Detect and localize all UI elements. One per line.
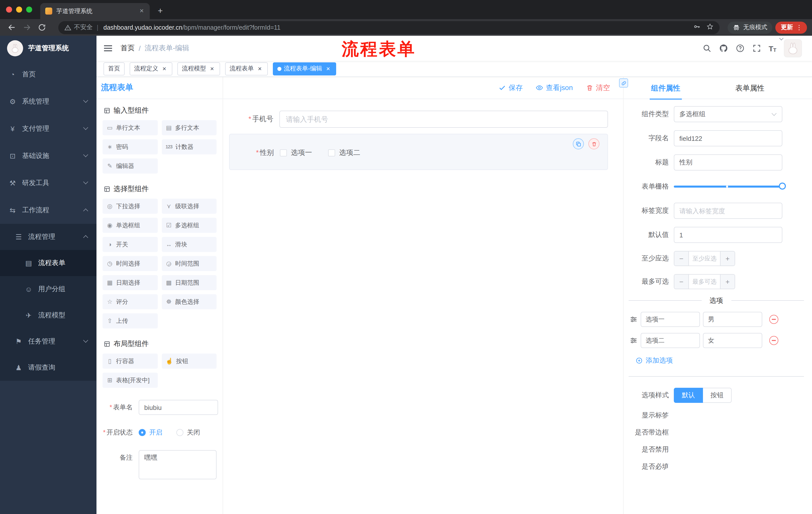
checkbox-box[interactable] xyxy=(328,150,335,156)
tab-component-props[interactable]: 组件属性 xyxy=(624,77,708,99)
security-label[interactable]: 不安全 xyxy=(74,23,93,32)
forward-button[interactable] xyxy=(20,21,33,34)
remove-option-button[interactable] xyxy=(769,336,778,345)
browser-tab[interactable]: 芋道管理系统 × xyxy=(40,3,150,19)
chip-single-line-text[interactable]: ▭单行文本 xyxy=(103,120,157,135)
browser-update-button[interactable]: 更新 ⋮ xyxy=(775,21,807,33)
tag-process-definition[interactable]: 流程定义 × xyxy=(129,62,172,75)
gender-field-row-selected[interactable]: *性别 选项一 选项二 xyxy=(229,134,608,170)
avatar[interactable] xyxy=(784,39,802,57)
sidebar-item-leave-query[interactable]: ♟ 请假查询 xyxy=(0,355,96,381)
help-icon[interactable] xyxy=(735,44,745,53)
tag-process-form[interactable]: 流程表单 × xyxy=(225,62,268,75)
minimize-window-button[interactable] xyxy=(16,6,22,12)
option-value-input[interactable] xyxy=(703,312,762,327)
chip-radio-group[interactable]: ◉单选框组 xyxy=(103,218,157,233)
chip-table[interactable]: ⊞表格[开发中] xyxy=(103,373,157,388)
drag-handle-icon[interactable] xyxy=(630,315,638,323)
option-value-input[interactable] xyxy=(703,333,762,348)
bookmark-star-icon[interactable] xyxy=(706,23,714,32)
default-value-input[interactable] xyxy=(674,227,782,243)
sidebar-item-process-model[interactable]: ✈ 流程模型 xyxy=(0,302,96,328)
clear-button[interactable]: 清空 xyxy=(586,83,610,92)
form-name-input[interactable] xyxy=(139,400,218,415)
sidebar-item-user-group[interactable]: ☺ 用户分组 xyxy=(0,276,96,302)
chip-upload[interactable]: ⇧上传 xyxy=(103,313,157,328)
collapse-sidebar-button[interactable] xyxy=(96,36,121,61)
reload-button[interactable] xyxy=(35,21,48,34)
search-icon[interactable] xyxy=(702,44,711,53)
gender-option-1-checkbox[interactable]: 选项一 xyxy=(280,148,312,157)
title-input[interactable] xyxy=(674,154,782,170)
tab-form-props[interactable]: 表单属性 xyxy=(708,77,792,99)
tag-close-icon[interactable]: × xyxy=(161,65,168,72)
chip-button[interactable]: ☝按钮 xyxy=(162,354,216,369)
address-bar[interactable]: 不安全 | dashboard.yudao.iocoder.cn /bpm/ma… xyxy=(58,21,720,34)
chip-date-picker[interactable]: ▦日期选择 xyxy=(103,275,157,290)
chip-row-container[interactable]: ▯行容器 xyxy=(103,354,157,369)
chip-counter[interactable]: 123计数器 xyxy=(162,139,216,154)
sidebar-item-dev-tools[interactable]: ⚒ 研发工具 xyxy=(0,169,96,197)
close-window-button[interactable] xyxy=(6,6,12,12)
increase-button[interactable]: + xyxy=(721,251,735,266)
sidebar-item-task-management[interactable]: ⚑ 任务管理 xyxy=(0,328,96,355)
min-select-input[interactable] xyxy=(688,251,721,266)
increase-button[interactable]: + xyxy=(721,275,735,289)
form-canvas[interactable]: *手机号 *性别 选项一 选项二 xyxy=(223,99,623,514)
chip-editor[interactable]: ✎编辑器 xyxy=(103,158,157,173)
slider-track[interactable] xyxy=(674,186,782,188)
tag-close-icon[interactable]: × xyxy=(325,65,331,72)
password-key-icon[interactable] xyxy=(693,23,700,32)
sidebar-item-process-form[interactable]: ▤ 流程表单 xyxy=(0,250,96,276)
gender-option-2-checkbox[interactable]: 选项二 xyxy=(328,148,360,157)
form-grid-slider[interactable] xyxy=(674,179,782,195)
remark-textarea[interactable]: 嘿嘿 xyxy=(139,450,216,479)
tag-process-model[interactable]: 流程模型 × xyxy=(177,62,220,75)
status-on-radio[interactable]: 开启 xyxy=(139,428,162,437)
maximize-window-button[interactable] xyxy=(26,6,32,12)
tag-home[interactable]: 首页 xyxy=(104,62,125,75)
sidebar-item-infrastructure[interactable]: ⊡ 基础设施 xyxy=(0,142,96,169)
delete-component-button[interactable] xyxy=(588,138,600,150)
drag-handle-icon[interactable] xyxy=(630,336,638,345)
chip-switch[interactable]: ◑开关 xyxy=(103,237,157,252)
tag-close-icon[interactable]: × xyxy=(256,65,263,72)
decrease-button[interactable]: − xyxy=(674,275,688,289)
field-name-input[interactable] xyxy=(674,130,782,146)
slider-handle[interactable] xyxy=(779,183,786,190)
sidebar-item-payment-management[interactable]: ¥ 支付管理 xyxy=(0,115,96,142)
font-size-icon[interactable]: TT xyxy=(768,44,776,53)
status-off-radio[interactable]: 关闭 xyxy=(176,428,200,437)
tag-process-form-edit[interactable]: 流程表单-编辑 × xyxy=(273,62,336,75)
style-button-button[interactable]: 按钮 xyxy=(703,388,732,403)
save-button[interactable]: 保存 xyxy=(499,83,523,92)
sidebar-item-workflow[interactable]: ⇆ 工作流程 xyxy=(0,197,96,224)
decrease-button[interactable]: − xyxy=(674,251,688,266)
style-default-button[interactable]: 默认 xyxy=(674,388,703,403)
chip-textarea[interactable]: ▤多行文本 xyxy=(162,120,216,135)
sidebar-item-home[interactable]: ◔ 首页 xyxy=(0,61,96,88)
breadcrumb-home[interactable]: 首页 xyxy=(121,44,135,53)
fullscreen-icon[interactable] xyxy=(752,44,761,53)
github-icon[interactable] xyxy=(719,44,728,53)
label-width-input[interactable] xyxy=(674,203,782,219)
app-logo-row[interactable]: 芋道管理系统 xyxy=(0,36,96,61)
chip-date-range[interactable]: ▩日期范围 xyxy=(162,275,216,290)
phone-input[interactable] xyxy=(279,111,608,128)
browser-menu-icon[interactable]: ⋮ xyxy=(796,24,803,31)
copy-component-button[interactable] xyxy=(573,138,584,150)
chip-time-picker[interactable]: ◷时间选择 xyxy=(103,256,157,271)
chip-rate[interactable]: ☆评分 xyxy=(103,294,157,309)
phone-field-row[interactable]: *手机号 xyxy=(229,111,608,128)
tab-close-icon[interactable]: × xyxy=(138,7,146,15)
checkbox-box[interactable] xyxy=(280,150,287,156)
max-select-input[interactable] xyxy=(688,275,721,289)
chip-select[interactable]: ◎下拉选择 xyxy=(103,199,157,214)
add-option-button[interactable]: 添加选项 xyxy=(629,356,804,365)
chip-checkbox-group[interactable]: ☑多选框组 xyxy=(162,218,216,233)
chip-color-picker[interactable]: ☸颜色选择 xyxy=(162,294,216,309)
chip-time-range[interactable]: ◶时间范围 xyxy=(162,256,216,271)
new-tab-button[interactable]: + xyxy=(154,4,167,18)
tag-close-icon[interactable]: × xyxy=(208,65,215,72)
sidebar-item-system-management[interactable]: ⚙ 系统管理 xyxy=(0,88,96,115)
